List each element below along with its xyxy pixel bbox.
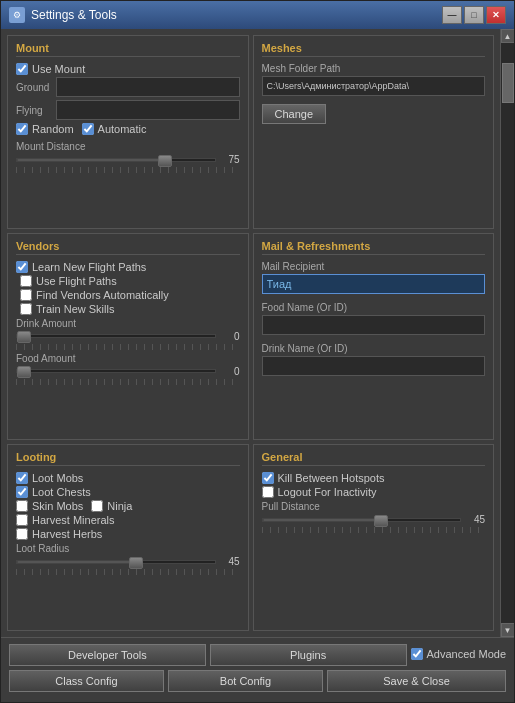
food-ticks <box>16 379 240 385</box>
class-config-button[interactable]: Class Config <box>9 670 164 692</box>
skin-mobs-label[interactable]: Skin Mobs <box>16 500 83 512</box>
maximize-button[interactable]: □ <box>464 6 484 24</box>
looting-section: Looting Loot Mobs Loot Chests Skin Mobs <box>7 444 249 631</box>
mail-recipient-input[interactable] <box>262 274 486 294</box>
mail-section: Mail & Refreshments Mail Recipient Food … <box>253 233 495 441</box>
loot-radius-slider[interactable] <box>16 560 216 564</box>
train-skills-checkbox[interactable] <box>20 303 32 315</box>
automatic-checkbox[interactable] <box>82 123 94 135</box>
mount-distance-value: 75 <box>220 154 240 165</box>
pull-distance-value: 45 <box>465 514 485 525</box>
pull-distance-ticks <box>262 527 486 533</box>
loot-radius-ticks <box>16 569 240 575</box>
title-bar: ⚙ Settings & Tools — □ ✕ <box>1 1 514 29</box>
harvest-herbs-label[interactable]: Harvest Herbs <box>16 528 240 540</box>
mesh-folder-label: Mesh Folder Path <box>262 63 486 74</box>
mount-distance-ticks <box>16 167 240 173</box>
food-amount-label: Food Amount <box>16 353 240 364</box>
advanced-mode-label[interactable]: Advanced Mode <box>411 648 507 660</box>
mount-title: Mount <box>16 42 240 57</box>
loot-radius-slider-row: 45 <box>16 556 240 567</box>
content-area: Mount Use Mount Ground Flying Random <box>1 29 514 637</box>
food-name-input[interactable] <box>262 315 486 335</box>
drink-name-label: Drink Name (Or ID) <box>262 343 486 354</box>
kill-between-checkbox[interactable] <box>262 472 274 484</box>
use-mount-checkbox-label[interactable]: Use Mount <box>16 63 240 75</box>
minimize-button[interactable]: — <box>442 6 462 24</box>
find-vendors-checkbox[interactable] <box>20 289 32 301</box>
train-skills-label[interactable]: Train New Skills <box>16 303 240 315</box>
loot-radius-value: 45 <box>220 556 240 567</box>
automatic-label[interactable]: Automatic <box>82 123 147 135</box>
mount-distance-label: Mount Distance <box>16 141 240 152</box>
use-flight-checkbox[interactable] <box>20 275 32 287</box>
ground-label: Ground <box>16 82 52 93</box>
food-name-label: Food Name (Or ID) <box>262 302 486 313</box>
loot-radius-label: Loot Radius <box>16 543 240 554</box>
meshes-section: Meshes Mesh Folder Path Change <box>253 35 495 229</box>
pull-distance-label: Pull Distance <box>262 501 486 512</box>
flying-input[interactable] <box>56 100 240 120</box>
random-checkbox[interactable] <box>16 123 28 135</box>
harvest-herbs-checkbox[interactable] <box>16 528 28 540</box>
vendors-section: Vendors Learn New Flight Paths Use Fligh… <box>7 233 249 441</box>
vendors-title: Vendors <box>16 240 240 255</box>
scroll-track[interactable] <box>502 43 514 623</box>
use-mount-checkbox[interactable] <box>16 63 28 75</box>
dev-tools-button[interactable]: Developer Tools <box>9 644 206 666</box>
general-section: General Kill Between Hotspots Logout For… <box>253 444 495 631</box>
scroll-up-button[interactable]: ▲ <box>501 29 515 43</box>
loot-chests-checkbox[interactable] <box>16 486 28 498</box>
scroll-thumb[interactable] <box>502 63 514 103</box>
window-controls: — □ ✕ <box>442 6 506 24</box>
mount-distance-slider[interactable] <box>16 158 216 162</box>
use-flight-label[interactable]: Use Flight Paths <box>16 275 240 287</box>
close-button[interactable]: ✕ <box>486 6 506 24</box>
window-title: Settings & Tools <box>31 8 442 22</box>
ninja-checkbox[interactable] <box>91 500 103 512</box>
drink-name-input[interactable] <box>262 356 486 376</box>
scrollbar: ▲ ▼ <box>500 29 514 637</box>
bottom-row-2: Class Config Bot Config Save & Close <box>9 670 506 692</box>
bottom-row-1: Developer Tools Plugins Advanced Mode <box>9 644 506 666</box>
loot-mobs-label[interactable]: Loot Mobs <box>16 472 240 484</box>
ninja-label[interactable]: Ninja <box>91 500 132 512</box>
pull-distance-slider[interactable] <box>262 518 462 522</box>
loot-chests-label[interactable]: Loot Chests <box>16 486 240 498</box>
ground-input[interactable] <box>56 77 240 97</box>
skin-mobs-checkbox[interactable] <box>16 500 28 512</box>
kill-between-label[interactable]: Kill Between Hotspots <box>262 472 486 484</box>
save-close-button[interactable]: Save & Close <box>327 670 506 692</box>
scroll-down-button[interactable]: ▼ <box>501 623 515 637</box>
pull-distance-slider-row: 45 <box>262 514 486 525</box>
learn-flight-checkbox[interactable] <box>16 261 28 273</box>
bot-config-button[interactable]: Bot Config <box>168 670 323 692</box>
mail-title: Mail & Refreshments <box>262 240 486 255</box>
main-panel: Mount Use Mount Ground Flying Random <box>1 29 500 637</box>
random-label[interactable]: Random <box>16 123 74 135</box>
food-slider[interactable] <box>16 369 216 373</box>
loot-mobs-checkbox[interactable] <box>16 472 28 484</box>
mail-recipient-label: Mail Recipient <box>262 261 486 272</box>
change-button[interactable]: Change <box>262 104 327 124</box>
mount-distance-slider-row: 75 <box>16 154 240 165</box>
drink-value: 0 <box>220 331 240 342</box>
flying-label: Flying <box>16 105 52 116</box>
logout-checkbox[interactable] <box>262 486 274 498</box>
meshes-title: Meshes <box>262 42 486 57</box>
looting-title: Looting <box>16 451 240 466</box>
learn-flight-label[interactable]: Learn New Flight Paths <box>16 261 240 273</box>
plugins-button[interactable]: Plugins <box>210 644 407 666</box>
bottom-bar: Developer Tools Plugins Advanced Mode Cl… <box>1 637 514 702</box>
drink-slider[interactable] <box>16 334 216 338</box>
harvest-minerals-checkbox[interactable] <box>16 514 28 526</box>
find-vendors-label[interactable]: Find Vendors Automatically <box>16 289 240 301</box>
food-value: 0 <box>220 366 240 377</box>
drink-ticks <box>16 344 240 350</box>
harvest-minerals-label[interactable]: Harvest Minerals <box>16 514 240 526</box>
general-title: General <box>262 451 486 466</box>
drink-amount-label: Drink Amount <box>16 318 240 329</box>
logout-label[interactable]: Logout For Inactivity <box>262 486 486 498</box>
mesh-folder-input[interactable] <box>262 76 486 96</box>
advanced-mode-checkbox[interactable] <box>411 648 423 660</box>
